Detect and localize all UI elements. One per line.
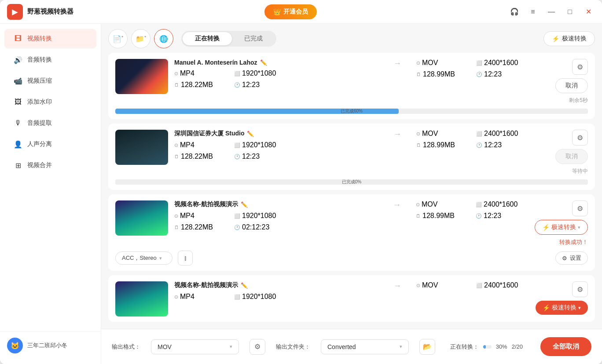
title-bar-center: 👑 开通会员: [264, 4, 317, 19]
format-icon: ⊙: [174, 294, 178, 300]
sidebar-item-label: 视频压缩: [27, 77, 52, 85]
progress-bar: 已完成60%: [115, 109, 588, 114]
folder-open-icon: 📂: [423, 342, 432, 351]
audio-codec-select[interactable]: ACC，Stereo ▾: [115, 251, 173, 265]
progress-label: 已完成60%: [341, 109, 363, 114]
video-compress-icon: 📹: [13, 76, 23, 86]
src-size: 🗒 128.22MB: [174, 153, 227, 160]
format-icon: ⊙: [416, 60, 420, 66]
help-button[interactable]: 🎧: [508, 5, 521, 18]
video-merge-icon: ⊞: [13, 160, 23, 170]
item-settings-button[interactable]: ⚙: [572, 59, 588, 75]
settings-text-button[interactable]: ⚙ 设置: [555, 251, 588, 265]
dst-resolution: ⬜ 2400*1600: [476, 59, 529, 67]
sidebar-item-video-compress[interactable]: 📹 视频压缩: [4, 71, 96, 91]
arrow-area: →: [385, 59, 410, 68]
close-button[interactable]: ✕: [582, 5, 595, 18]
item-settings-button[interactable]: ⚙: [572, 200, 588, 216]
output-meta: ⊙ MOV ⬜ 2400*1600: [416, 281, 529, 291]
duration-icon: 🕐: [234, 82, 240, 88]
add-folder-button[interactable]: 📁+: [131, 29, 150, 48]
cancel-button[interactable]: 取消: [555, 149, 588, 164]
src-resolution: ⬜ 1920*1080: [234, 212, 287, 220]
fast-convert-item-fill-button[interactable]: ⚡ 极速转换 ▾: [536, 301, 588, 315]
item-settings-button[interactable]: ⚙: [572, 281, 588, 297]
open-folder-button[interactable]: 📂: [419, 339, 435, 355]
resolution-icon: ⬜: [234, 294, 240, 300]
dst-resolution: ⬜ 2400*1600: [476, 200, 529, 208]
tab-converting[interactable]: 正在转换: [183, 32, 232, 45]
convert-item: Manuel A. Monteserín Lahoz ✏️ ⊙ MP4: [108, 53, 595, 119]
folder-label: 输出文件夹：: [276, 343, 310, 351]
src-duration: 🕐 02:12:23: [234, 223, 287, 231]
app-brand: ▶ 野葱视频转换器: [7, 4, 73, 20]
tab-done[interactable]: 已完成: [232, 32, 275, 45]
fast-convert-item-button[interactable]: ⚡ 极速转换 ▾: [535, 220, 588, 235]
dst-duration: 🕐 12:23: [476, 212, 529, 220]
edit-name-icon[interactable]: ✏️: [241, 282, 248, 289]
chevron-down-icon: ▾: [578, 305, 581, 311]
sidebar-item-video-convert[interactable]: 🎞 视频转换: [4, 29, 96, 48]
item-name: 视频名称-航拍视频演示 ✏️: [174, 200, 378, 208]
folder-select[interactable]: Converted ▾: [321, 339, 409, 354]
size-icon: 🗒: [174, 82, 179, 87]
bottom-progress-fill: [483, 345, 486, 349]
dst-size: 🗒 128.99MB: [416, 212, 469, 220]
src-format: ⊙ MP4: [174, 69, 227, 77]
duration-icon: 🕐: [476, 72, 482, 77]
meta-block: ⊙ MP4 ⬜ 1920*1080: [174, 69, 378, 91]
meta-block: ⊙ MP4 ⬜ 1920*1080: [174, 212, 378, 233]
src-resolution: ⬜ 1920*1080: [234, 293, 287, 301]
menu-button[interactable]: ≡: [526, 5, 540, 18]
add-network-button[interactable]: 🌐: [154, 29, 173, 48]
vip-button[interactable]: 👑 开通会员: [264, 4, 317, 19]
resolution-icon: ⬜: [476, 60, 482, 66]
sidebar-item-label: 人声分离: [27, 140, 52, 148]
dst-row1: ⊙ MOV ⬜ 2400*1600: [416, 200, 529, 208]
add-folder-icon: 📁+: [136, 35, 147, 43]
src-format: ⊙ MP4: [174, 212, 227, 220]
format-icon: ⊙: [416, 283, 420, 288]
item-info: 视频名称-航拍视频演示 ✏️ ⊙ MP4: [174, 200, 378, 233]
dst-row2: 🗒 128.99MB 🕐 12:23: [416, 141, 529, 149]
main-layout: 🎞 视频转换 🔊 音频转换 📹 视频压缩 🖼 添加水印 🎙 音频提取 👤: [0, 24, 602, 364]
chevron-down-icon: ▾: [159, 255, 162, 261]
size-icon: 🗒: [416, 213, 421, 218]
arrow-area: →: [385, 130, 410, 139]
cancel-all-button[interactable]: 全部取消: [540, 337, 591, 356]
sidebar-item-audio-convert[interactable]: 🔊 音频转换: [4, 50, 96, 69]
close-icon: ✕: [586, 7, 591, 16]
thumbnail: [115, 59, 168, 94]
edit-name-icon[interactable]: ✏️: [247, 131, 254, 137]
minimize-button[interactable]: —: [545, 5, 558, 18]
fast-convert-button[interactable]: ⚡ 极速转换: [543, 31, 595, 46]
item-actions: ⚙ ⚡ 极速转换 ▾ 转换成功！: [535, 200, 588, 246]
logo-icon: ▶: [12, 7, 18, 17]
equalizer-button[interactable]: ⫿: [178, 251, 193, 266]
sidebar-item-audio-extract[interactable]: 🎙 音频提取: [4, 113, 96, 133]
duration-icon: 🕐: [476, 213, 482, 219]
format-settings-button[interactable]: ⚙: [250, 339, 265, 355]
format-icon: ⊙: [174, 142, 178, 148]
cancel-button[interactable]: 取消: [555, 78, 588, 93]
item-top-row: 视频名称-航拍视频演示 ✏️ ⊙ MP4: [115, 200, 588, 246]
edit-name-icon[interactable]: ✏️: [260, 59, 267, 66]
maximize-button[interactable]: □: [563, 5, 576, 18]
add-file-button[interactable]: 📄+: [108, 29, 128, 48]
src-resolution: ⬜ 1920*1080: [234, 141, 287, 149]
bottom-bar: 输出格式： MOV ▾ ⚙ 输出文件夹： Converted ▾ 📂 正在转换：: [101, 329, 602, 364]
dst-format: ⊙ MOV: [416, 59, 469, 67]
dst-duration: 🕐 12:23: [476, 141, 529, 149]
sidebar-item-watermark[interactable]: 🖼 添加水印: [4, 92, 96, 112]
edit-name-icon[interactable]: ✏️: [241, 201, 248, 208]
item-name: 视频名称-航拍视频演示 ✏️: [174, 281, 378, 289]
item-status: 剩余5秒: [569, 97, 588, 104]
item-top-row: Manuel A. Monteserín Lahoz ✏️ ⊙ MP4: [115, 59, 588, 104]
format-icon: ⊙: [174, 213, 178, 219]
item-settings-button[interactable]: ⚙: [572, 130, 588, 146]
sidebar-item-vocal-separate[interactable]: 👤 人声分离: [4, 135, 96, 154]
settings-icon: ⚙: [577, 134, 583, 142]
format-select[interactable]: MOV ▾: [151, 339, 239, 354]
sidebar-item-video-merge[interactable]: ⊞ 视频合并: [4, 156, 96, 175]
vocal-separate-icon: 👤: [13, 139, 23, 149]
